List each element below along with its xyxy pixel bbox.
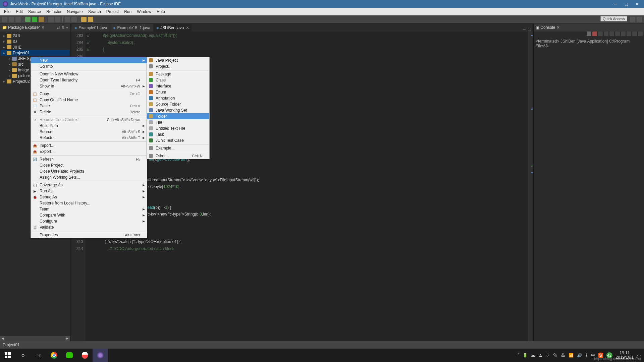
expand-icon[interactable]: ▸ [3, 46, 5, 49]
menu-item-export[interactable]: 📤Export... [31, 148, 147, 155]
back-icon[interactable] [81, 17, 87, 22]
scroll-lock-icon[interactable] [609, 32, 614, 36]
search-icon[interactable] [71, 17, 77, 22]
minimize-pane-icon[interactable]: ─ [523, 27, 526, 32]
new-package-icon[interactable] [48, 17, 54, 22]
menu-item-team[interactable]: Team▶ [31, 206, 147, 212]
tab-example01-java[interactable]: ◉Example01.java [72, 24, 110, 32]
volume-icon[interactable]: 🔊 [577, 353, 582, 358]
menu-search[interactable]: Search [86, 9, 104, 14]
onedrive-icon[interactable]: ☁ [531, 353, 535, 358]
qq-icon[interactable] [77, 349, 93, 362]
forward-icon[interactable] [88, 17, 93, 22]
open-console-icon[interactable] [627, 32, 631, 36]
menu-item-run-as[interactable]: ▶Run As▶ [31, 188, 147, 194]
expand-icon[interactable]: ▸ [8, 57, 11, 60]
remove-all-icon[interactable] [598, 32, 603, 36]
expand-icon[interactable]: ▸ [8, 68, 11, 72]
menu-item-paste[interactable]: 📄PasteCtrl+V [31, 103, 147, 109]
menu-item-close-project[interactable]: Close Project [31, 162, 147, 168]
menu-item-show-in[interactable]: Show InAlt+Shift+W▶ [31, 83, 147, 89]
eclipse-taskbar-icon[interactable] [93, 349, 108, 362]
minimize-button[interactable]: ─ [613, 2, 618, 6]
menu-item-junit-test-case[interactable]: JUnit Test Case [147, 137, 209, 143]
menu-item-project[interactable]: Project... [147, 63, 209, 69]
remove-launch-icon[interactable] [592, 32, 597, 36]
menu-item-properties[interactable]: PropertiesAlt+Enter [31, 232, 147, 238]
max-icon[interactable] [638, 32, 643, 36]
eject-icon[interactable]: ⏏ [538, 353, 542, 358]
menu-item-open-in-new-window[interactable]: Open in New Window [31, 71, 147, 77]
menu-item-untitled-text-file[interactable]: Untitled Text File [147, 125, 209, 131]
horizontal-scrollbar[interactable]: ◄ ► [0, 336, 70, 341]
menu-project[interactable]: Project [104, 9, 121, 14]
menu-item-open-type-hierarchy[interactable]: Open Type HierarchyF4 [31, 77, 147, 83]
bluetooth-icon[interactable]: ᚼ [585, 353, 588, 358]
cortana-icon[interactable]: ○ [15, 349, 31, 362]
menu-window[interactable]: Window [134, 9, 154, 14]
menu-item-go-into[interactable]: Go Into [31, 63, 147, 69]
tab-example15_1-java[interactable]: ◉Example15_1.java [110, 24, 153, 32]
menu-item-restore-from-local-history[interactable]: Restore from Local History... [31, 200, 147, 206]
perspective-debug-icon[interactable] [637, 17, 642, 22]
maximize-pane-icon[interactable]: ▢ [528, 27, 531, 32]
menu-item-java-working-set[interactable]: Java Working Set [147, 107, 209, 113]
new-icon[interactable] [2, 17, 7, 22]
close-button[interactable]: ✕ [635, 2, 639, 6]
tab-jshiben-java[interactable]: ◉JShiBen.java✕ [154, 24, 192, 32]
link-editor-icon[interactable]: ⇅ [61, 25, 65, 30]
tree-item-gui[interactable]: ▸GUI [1, 33, 69, 39]
menu-item-new[interactable]: New▶ [31, 57, 147, 63]
menu-item-task[interactable]: Task [147, 131, 209, 137]
menu-item-configure[interactable]: Configure▶ [31, 218, 147, 224]
expand-icon[interactable]: ▸ [8, 63, 11, 66]
quick-access[interactable]: Quick Access [600, 16, 627, 21]
menu-item-copy[interactable]: 📋CopyCtrl+C [31, 91, 147, 97]
menu-item-source[interactable]: SourceAlt+Shift+S▶ [31, 129, 147, 135]
menu-item-interface[interactable]: Interface [147, 83, 209, 89]
new-class-icon[interactable] [55, 17, 60, 22]
tree-item-project01[interactable]: ▸Project01 [1, 50, 69, 56]
save-all-icon[interactable] [15, 17, 21, 22]
menu-item-class[interactable]: Class [147, 77, 209, 83]
menu-item-coverage-as[interactable]: ◯Coverage As▶ [31, 182, 147, 188]
menu-item-validate[interactable]: ☑Validate [31, 224, 147, 230]
perspective-java-icon[interactable] [630, 17, 635, 22]
menu-item-copy-qualified-name[interactable]: 📋Copy Qualified Name [31, 97, 147, 103]
debug-icon[interactable] [25, 17, 31, 22]
menu-file[interactable]: File [1, 9, 13, 14]
menu-run[interactable]: Run [121, 9, 134, 14]
network-icon[interactable]: 📶 [569, 353, 574, 358]
task-view-icon[interactable]: ▭▯ [31, 349, 46, 362]
scroll-left-icon[interactable]: ◄ [0, 336, 5, 341]
menu-item-delete[interactable]: ✕DeleteDelete [31, 109, 147, 115]
menu-item-compare-with[interactable]: Compare With▶ [31, 212, 147, 218]
tree-item-io[interactable]: ▸IO [1, 39, 69, 44]
close-tab-icon[interactable]: ✕ [186, 25, 189, 30]
menu-item-refresh[interactable]: 🔄RefreshF5 [31, 156, 147, 162]
expand-icon[interactable]: ▸ [8, 74, 11, 77]
expand-icon[interactable]: ▸ [3, 40, 5, 43]
view-menu-icon[interactable]: ▾ [66, 25, 68, 30]
close-icon[interactable]: ✕ [556, 25, 560, 30]
menu-item-java-project[interactable]: Java Project [147, 57, 209, 63]
scroll-right-icon[interactable]: ► [65, 336, 70, 341]
collapse-all-icon[interactable]: ⇄ [57, 25, 60, 30]
menu-item-debug-as[interactable]: 🐞Debug As▶ [31, 194, 147, 200]
tree-item-jihe[interactable]: ▸JIHE [1, 44, 69, 50]
terminate-icon[interactable] [587, 32, 591, 36]
menu-edit[interactable]: Edit [13, 9, 25, 14]
save-icon[interactable] [9, 17, 14, 22]
context-menu-new[interactable]: Java ProjectProject...PackageClassInterf… [147, 57, 210, 159]
run-icon[interactable] [32, 17, 37, 22]
battery-icon[interactable]: 🔋 [523, 353, 528, 358]
chrome-icon[interactable] [46, 349, 62, 362]
maximize-button[interactable]: ▢ [624, 2, 629, 6]
menu-item-other[interactable]: Other...Ctrl+N [147, 153, 209, 159]
clear-icon[interactable] [604, 32, 608, 36]
start-button[interactable] [0, 349, 15, 362]
close-icon[interactable]: ✕ [41, 25, 45, 30]
expand-icon[interactable]: ▸ [3, 51, 5, 55]
menu-item-import[interactable]: 📥Import... [31, 142, 147, 148]
defender-icon[interactable]: 🛡 [545, 353, 549, 358]
